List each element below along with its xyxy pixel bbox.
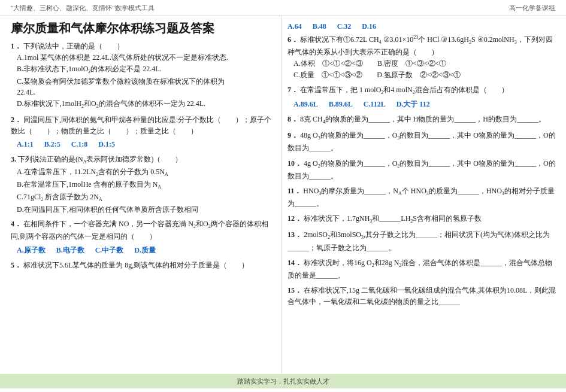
q11-num: 11． [287, 187, 301, 195]
q7-text: 在常温常压下，把 1 molO2和4 molN2混合后占有的体积是（ ） [300, 86, 509, 94]
q4-ansA: A.原子数 [17, 245, 46, 256]
q6-optAB: A.体积 ①<①<②<③ B.密度 ①<③<②<① [293, 58, 558, 69]
q2-ansB: B.2:5 [44, 139, 60, 150]
q3-optC: C.71gCl2 所含原子数为 2NA [17, 192, 273, 204]
q4-ansC: C.中子数 [95, 245, 124, 256]
question-12: 12． 标准状况下，1.7gNH3和______LH2S含有相同的氢原子数 [287, 213, 558, 226]
q7-ansB: B.89.6L [329, 99, 353, 110]
q11-text: HNO3的摩尔质量为______，NA个 HNO3的质量为______，HNO3… [287, 187, 555, 208]
q5-ansB: B.48 [313, 22, 326, 31]
q4-num: 4． [11, 220, 22, 228]
q2-ansA: A.1:1 [17, 139, 34, 150]
q2-num: 2． [11, 116, 22, 124]
q5-ansD: D.16 [362, 22, 376, 31]
q12-num: 12． [287, 214, 302, 223]
q14-text: 标准状况时，将16g O2和28g N2混合，混合气体的体积是______，混合… [287, 259, 552, 279]
question-4: 4． 在相同条件下，一个容器充满 NO，另一个容器充满 N2和O2两个容器的体积… [11, 218, 273, 256]
q3-optB: B.在常温常压下,1molHe 含有的原子数目为 NA [17, 179, 273, 192]
q10-text: 4g O2的物质的量为______，O2的数目为______，其中 O物质的量为… [287, 159, 556, 180]
q6-text: 标准状况下有①6.72L CH4 ②3.01×1023个 HCl ③13.6gH… [287, 35, 553, 56]
q2-answers: A.1:1 B.2:5 C.1:8 D.1:5 [17, 139, 273, 150]
bottom-bar: 踏踏实实学习，扎扎实实做人才 [0, 374, 566, 388]
q5-ansA: A.64 [287, 22, 302, 31]
top-bar-left: "大情趣、三树心、题深化、竞情怀"数学模式工具 [11, 4, 155, 13]
q10-num: 10． [287, 159, 302, 168]
question-15: 15． 在标准状况下,15g 二氧化碳和一氧化碳组成的混合气体,其体积为10.0… [287, 285, 558, 308]
q4-ansB: B.电子数 [56, 245, 84, 256]
q3-text: 下列说法正确的是(NA表示阿伏加德罗常数)（ ） [18, 155, 182, 163]
q15-num: 15． [287, 286, 302, 294]
q6-optCD: C.质量 ①<①<③<② D.氢原子数 ②<②<③<① [293, 69, 558, 81]
q6-num: 6． [287, 35, 298, 44]
q13-text: 2molSO2和3molSO3,其分子数之比为______；相同状况下(均为气体… [287, 230, 550, 251]
q4-ansD: D.质量 [134, 245, 156, 256]
top-bar-right: 高一化学备课组 [509, 4, 555, 13]
q4-answers: A.原子数 B.电子数 C.中子数 D.质量 [17, 245, 273, 256]
q4-text: 在相同条件下，一个容器充满 NO，另一个容器充满 N2和O2两个容器的体积相同,… [11, 220, 268, 241]
q14-num: 14． [287, 259, 302, 267]
q1-optC2: 22.4L. [17, 87, 273, 98]
question-3: 3. 下列说法正确的是(NA表示阿伏加德罗常数)（ ） A.在常温常压下，11.… [11, 154, 273, 215]
q1-optB: B.非标准状态下,1molO2的体积必定不是 22.4L. [17, 63, 273, 76]
q12-text: 标准状况下，1.7gNH3和______LH2S含有相同的氢原子数 [304, 214, 482, 223]
question-6: 6． 标准状况下有①6.72L CH4 ②3.01×1023个 HCl ③13.… [287, 34, 558, 81]
question-13: 13． 2molSO2和3molSO3,其分子数之比为______；相同状况下(… [287, 229, 558, 253]
q5-num: 5． [11, 261, 22, 269]
q1-optD: D.标准状况下,1molH2和O2的混合气体的体积不一定为 22.4L. [17, 98, 273, 111]
q7-ansC: C.112L [364, 99, 386, 110]
q3-optD: D.在同温同压下,相同体积的任何气体单质所含原子数相同 [17, 204, 273, 215]
question-1: 1． 下列说法中，正确的是（ ） A.1mol 某气体的体积是 22.4L.该气… [11, 41, 273, 111]
question-11: 11． HNO3的摩尔质量为______，NA个 HNO3的质量为______，… [287, 186, 558, 209]
right-column: A.64 B.48 C.32 D.16 6． 标准状况下有①6.72L CH4 … [282, 16, 566, 374]
top-bar: "大情趣、三树心、题深化、竞情怀"数学模式工具 高一化学备课组 [0, 0, 566, 16]
q5-ansC: C.32 [337, 22, 352, 31]
q5-text: 标准状况下5.6L某气体的质量为 8g,则该气体的相对分子质量是（ ） [23, 261, 249, 269]
q2-ansD: D.1:5 [98, 139, 115, 150]
q13-num: 13． [287, 230, 302, 239]
q9-num: 9． [287, 131, 298, 139]
q7-ansD: D.大于 112 [396, 99, 430, 110]
q7-answers: A.89.6L B.89.6L C.112L D.大于 112 [293, 99, 558, 110]
question-9: 9． 48g O3的物质的量为______，O3的数目为______，其中 O物… [287, 130, 558, 154]
q1-num: 1． [11, 42, 22, 50]
q8-text: 8克 CH4的物质的量为______，其中 H物质的量为______，H的数目为… [300, 115, 546, 123]
q1-text: 下列说法中，正确的是（ ） [23, 42, 124, 50]
q7-ansA: A.89.6L [293, 99, 318, 110]
q2-text: 同温同压下,同体积的氨气和甲烷各种量的比应是:分子个数比（ ）；原子个数比（ ）… [11, 116, 271, 135]
question-7: 7． 在常温常压下，把 1 molO2和4 molN2混合后占有的体积是（ ） … [287, 84, 558, 110]
q8-num: 8． [287, 115, 298, 123]
q7-num: 7． [287, 86, 298, 94]
q3-optA: A.在常温常压下，11.2LN2含有的分子数为 0.5NA [17, 166, 273, 179]
question-14: 14． 标准状况时，将16g O2和28g N2混合，混合气体的体积是_____… [287, 257, 558, 281]
left-column: 摩尔质量和气体摩尔体积练习题及答案 1． 下列说法中，正确的是（ ） A.1mo… [0, 16, 282, 374]
q3-num: 3. [11, 155, 16, 163]
q15-text: 在标准状况下,15g 二氧化碳和一氧化碳组成的混合气体,其体积为10.08L，则… [287, 286, 556, 306]
question-10: 10． 4g O2的物质的量为______，O2的数目为______，其中 O物… [287, 158, 558, 182]
question-5: 5． 标准状况下5.6L某气体的质量为 8g,则该气体的相对分子质量是（ ） [11, 260, 273, 271]
q9-text: 48g O3的物质的量为______，O3的数目为______，其中 O物质的量… [287, 131, 556, 152]
page-title: 摩尔质量和气体摩尔体积练习题及答案 [11, 20, 273, 36]
q1-optA: A.1mol 某气体的体积是 22.4L.该气体所处的状况不一定是标准状态. [17, 52, 273, 63]
q5-answers: A.64 B.48 C.32 D.16 [287, 22, 558, 31]
question-2: 2． 同温同压下,同体积的氨气和甲烷各种量的比应是:分子个数比（ ）；原子个数比… [11, 114, 273, 151]
q2-ansC: C.1:8 [71, 139, 88, 150]
q1-optC: C.某物质会有阿伏加德罗常数个微粒该物质在标准状况下的体积为 [17, 76, 273, 87]
bottom-bar-text: 踏踏实实学习，扎扎实实做人才 [237, 377, 329, 386]
question-8: 8． 8克 CH4的物质的量为______，其中 H物质的量为______，H的… [287, 114, 558, 126]
